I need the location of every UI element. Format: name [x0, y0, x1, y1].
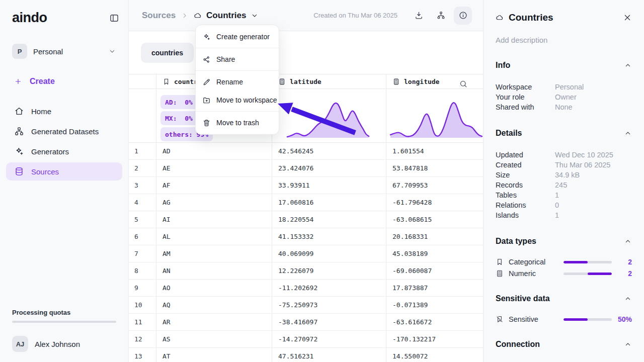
cell-latitude: -38.416097 — [272, 314, 386, 331]
chevron-right-icon — [181, 12, 189, 20]
info-button[interactable] — [454, 7, 472, 25]
detail-label: Size — [496, 170, 555, 180]
cell-country: AT — [156, 348, 272, 362]
processing-quotas-label: Processing quotas — [0, 309, 128, 316]
row-number: 12 — [129, 331, 156, 348]
sidebar-item-label: Generated Datasets — [31, 127, 99, 136]
plus-icon — [14, 77, 22, 85]
row-number: 10 — [129, 297, 156, 314]
download-button[interactable] — [410, 7, 428, 25]
tab-countries[interactable]: countries — [141, 43, 194, 63]
workspace-avatar: P — [12, 44, 27, 59]
cell-country: AD — [156, 143, 272, 160]
detail-label: Shared with — [496, 102, 555, 112]
section-header-info[interactable]: Info — [496, 61, 632, 70]
detail-label: Workspace — [496, 82, 555, 92]
cell-longitude: -0.071389 — [386, 297, 483, 314]
column-header-longitude[interactable]: longitude — [386, 74, 483, 89]
page: aindo P Personal Create HomeGenerated Da… — [0, 0, 644, 362]
detail-row: Size34.9 kB — [496, 170, 632, 180]
chevron-up-icon — [624, 61, 632, 69]
section-header-data-types[interactable]: Data types — [496, 237, 632, 246]
create-button[interactable]: Create — [6, 72, 122, 91]
sensitive-off-icon — [496, 315, 504, 323]
sparkles-icon — [202, 33, 211, 41]
cell-longitude: -61.796428 — [386, 194, 483, 211]
main-area: Sources Countries Created on Thu Mar 06 … — [129, 0, 483, 362]
chevron-up-icon — [624, 129, 632, 137]
detail-row: Relations0 — [496, 200, 632, 210]
table-card: countries countrylatitudelongitudeAD: 0%… — [129, 31, 483, 362]
folder-move-icon — [202, 96, 211, 105]
cell-latitude: 41.153332 — [272, 228, 386, 245]
row-number: 2 — [129, 160, 156, 177]
longitude-distribution-chart — [386, 89, 483, 142]
chevron-down-icon — [251, 12, 259, 20]
cell-longitude: 14.550072 — [386, 348, 483, 362]
sidebar-collapse-icon[interactable] — [109, 13, 119, 23]
cell-longitude: 20.168331 — [386, 228, 483, 245]
section-title: Data types — [496, 237, 624, 246]
menu-item-share[interactable]: Share — [196, 50, 279, 68]
sidebar-item-generators[interactable]: Generators — [6, 142, 122, 160]
sidebar-item-home[interactable]: Home — [6, 102, 122, 120]
menu-item-create-generator[interactable]: Create generator — [196, 28, 279, 46]
cell-country: AS — [156, 331, 272, 348]
cell-latitude: 47.516231 — [272, 348, 386, 362]
sidebar-item-generated-datasets[interactable]: Generated Datasets — [6, 122, 122, 140]
stat-label: Categorical — [509, 258, 564, 266]
stat-bar — [564, 318, 612, 321]
cell-latitude: 23.424076 — [272, 160, 386, 177]
close-icon[interactable] — [623, 13, 632, 22]
detail-label: Relations — [496, 200, 555, 210]
chevron-up-icon — [624, 237, 632, 245]
row-number: 6 — [129, 228, 156, 245]
stats-latitude — [272, 89, 386, 143]
cell-latitude: 17.060816 — [272, 194, 386, 211]
lineage-icon — [436, 11, 446, 20]
lineage-button[interactable] — [432, 7, 450, 25]
datasets-icon — [14, 126, 24, 136]
cell-longitude: -63.068615 — [386, 211, 483, 228]
breadcrumb-sources[interactable]: Sources — [142, 11, 176, 21]
cell-country: AN — [156, 262, 272, 280]
plus-icon — [14, 77, 22, 85]
column-header-latitude[interactable]: latitude — [272, 74, 386, 89]
workspace-selector[interactable]: P Personal — [6, 40, 122, 63]
share-icon — [202, 55, 211, 64]
detail-label: Records — [496, 180, 555, 190]
cell-latitude: 33.93911 — [272, 177, 386, 194]
section-header-sensitive-data[interactable]: Sensitive data — [496, 294, 632, 303]
menu-item-move-to-workspace[interactable]: Move to workspace — [196, 91, 279, 109]
cell-longitude: 53.847818 — [386, 160, 483, 177]
cell-country: AO — [156, 280, 272, 297]
section-header-connection[interactable]: Connection — [496, 340, 632, 349]
detail-label: Islands — [496, 210, 555, 220]
row-number: 9 — [129, 280, 156, 297]
menu-divider — [196, 70, 279, 71]
cell-longitude: -63.616672 — [386, 314, 483, 331]
row-number: 13 — [129, 348, 156, 362]
detail-row: Your roleOwner — [496, 92, 632, 102]
avatar: AJ — [12, 336, 28, 352]
stat-bar — [564, 273, 612, 275]
menu-item-label: Create generator — [216, 33, 270, 41]
sidebar-item-sources[interactable]: Sources — [6, 162, 122, 180]
section-header-details[interactable]: Details — [496, 129, 632, 138]
cell-country: AL — [156, 228, 272, 245]
dataset-title-dropdown[interactable]: Countries — [194, 11, 259, 21]
cell-country: AI — [156, 211, 272, 228]
detail-value: 245 — [555, 180, 567, 190]
cell-country: AQ — [156, 297, 272, 314]
section-title: Sensitive data — [496, 294, 624, 303]
row-number: 4 — [129, 194, 156, 211]
sources-icon — [14, 166, 24, 176]
created-date-text: Created on Thu Mar 06 2025 — [313, 12, 397, 19]
add-description-field[interactable]: Add description — [496, 36, 632, 44]
chevron-down-icon — [108, 47, 116, 55]
row-number: 7 — [129, 245, 156, 262]
menu-item-rename[interactable]: Rename — [196, 73, 279, 91]
menu-item-move-to-trash[interactable]: Move to trash — [196, 114, 279, 132]
menu-divider — [196, 111, 279, 112]
user-menu[interactable]: AJ Alex Johnson — [0, 330, 128, 362]
